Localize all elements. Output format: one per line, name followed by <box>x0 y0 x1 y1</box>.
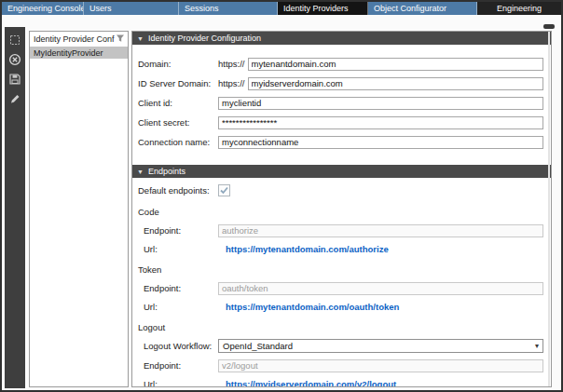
logout-workflow-value: OpenId_Standard <box>223 341 293 351</box>
section-title: Identity Provider Configuration <box>148 34 261 43</box>
collapse-triangle-icon: ▼ <box>137 35 144 42</box>
default-endpoints-checkbox[interactable] <box>218 184 230 196</box>
code-url-row: Url: https://mytenantdomain.com/authoriz… <box>144 242 543 255</box>
funnel-icon[interactable] <box>116 34 125 45</box>
group-title-code: Code <box>138 207 551 218</box>
form-row-default-endpoints: Default endpoints: <box>138 183 543 197</box>
default-endpoints-label: Default endpoints: <box>138 185 218 196</box>
chevron-down-icon: ▾ <box>535 342 539 350</box>
form-row-connection-name: Connection name: <box>138 135 543 149</box>
logout-workflow-select[interactable]: OpenId_Standard ▾ <box>218 339 543 353</box>
tab-users[interactable]: Users <box>84 2 179 15</box>
token-endpoint-input <box>218 282 543 295</box>
logout-endpoint-label: Endpoint: <box>144 360 218 371</box>
domain-input[interactable] <box>248 58 543 71</box>
new-item-icon <box>8 34 21 50</box>
content-area: Identity Provider Conf MyIdentityProvide… <box>2 15 561 390</box>
tab-bar: Engineering Console Users Sessions Ident… <box>2 2 561 15</box>
logout-url-link[interactable]: https://myidserverdomain.com/v2/logout <box>218 379 396 388</box>
tab-engineering-console[interactable]: Engineering Console <box>2 2 84 15</box>
edit-pencil-icon <box>8 92 21 109</box>
edit-button[interactable] <box>7 93 22 107</box>
save-icon <box>8 73 21 89</box>
form-row-client-secret: Client secret: <box>138 115 543 129</box>
client-secret-input[interactable] <box>218 116 543 129</box>
vertical-scrollbar[interactable] <box>548 32 550 386</box>
code-endpoint-row: Endpoint: <box>144 223 543 237</box>
token-url-row: Url: https://mytenantdomain.com/oauth/to… <box>144 300 543 313</box>
identity-provider-list-panel: Identity Provider Conf MyIdentityProvide… <box>29 31 129 387</box>
code-url-label: Url: <box>144 244 218 254</box>
section-header-endpoints[interactable]: ▼ Endpoints <box>132 165 551 178</box>
save-button[interactable] <box>7 74 22 88</box>
app-window: Engineering Console Users Sessions Ident… <box>0 0 563 392</box>
side-toolbar <box>5 27 25 388</box>
list-panel-header: Identity Provider Conf <box>30 32 128 47</box>
connection-name-input[interactable] <box>218 136 543 149</box>
mode-indicator-label: Engineering <box>497 4 542 13</box>
delete-button[interactable] <box>7 54 22 68</box>
form-row-domain: Domain: https:// <box>138 57 543 71</box>
code-url-link[interactable]: https://mytenantdomain.com/authorize <box>218 244 389 254</box>
group-title-token: Token <box>138 264 551 276</box>
logout-workflow-label: Logout Workflow: <box>144 341 218 351</box>
client-id-input[interactable] <box>218 97 543 110</box>
list-item-my-identity-provider[interactable]: MyIdentityProvider <box>30 47 128 59</box>
logout-workflow-row: Logout Workflow: OpenId_Standard ▾ <box>144 339 543 353</box>
logout-url-row: Url: https://myidserverdomain.com/v2/log… <box>144 377 543 387</box>
tab-sessions[interactable]: Sessions <box>179 2 278 15</box>
client-id-label: Client id: <box>138 98 218 108</box>
section-title: Endpoints <box>148 167 185 176</box>
group-title-logout: Logout <box>138 322 551 333</box>
collapse-triangle-icon: ▼ <box>137 169 144 175</box>
token-url-label: Url: <box>144 302 218 312</box>
domain-https-prefix: https:// <box>218 59 245 69</box>
id-server-https-prefix: https:// <box>218 78 245 88</box>
tab-object-configurator[interactable]: Object Configurator <box>368 2 477 15</box>
mode-indicator: Engineering <box>477 2 561 15</box>
id-server-domain-input[interactable] <box>248 77 543 90</box>
connection-name-label: Connection name: <box>138 137 218 147</box>
code-endpoint-input <box>218 224 543 237</box>
section-header-configuration[interactable]: ▼ Identity Provider Configuration <box>132 32 551 45</box>
token-url-link[interactable]: https://mytenantdomain.com/oauth/token <box>218 302 399 312</box>
id-server-domain-label: ID Server Domain: <box>138 78 218 88</box>
scrollbar-thumb-top[interactable] <box>543 24 555 29</box>
token-endpoint-row: Endpoint: <box>144 281 543 295</box>
logout-endpoint-input <box>218 359 543 372</box>
code-endpoint-label: Endpoint: <box>144 225 218 236</box>
delete-circle-icon <box>8 53 21 70</box>
identity-provider-form-panel: ▼ Identity Provider Configuration Domain… <box>131 31 552 387</box>
token-endpoint-label: Endpoint: <box>144 283 218 293</box>
new-item-button[interactable] <box>7 34 22 48</box>
form-row-client-id: Client id: <box>138 96 543 110</box>
logout-url-label: Url: <box>144 379 218 388</box>
list-panel-title: Identity Provider Conf <box>34 34 116 44</box>
logout-endpoint-row: Endpoint: <box>144 358 543 372</box>
form-row-id-server-domain: ID Server Domain: https:// <box>138 76 543 90</box>
client-secret-label: Client secret: <box>138 117 218 128</box>
tab-identity-providers[interactable]: Identity Providers <box>278 2 368 15</box>
domain-label: Domain: <box>138 59 218 69</box>
